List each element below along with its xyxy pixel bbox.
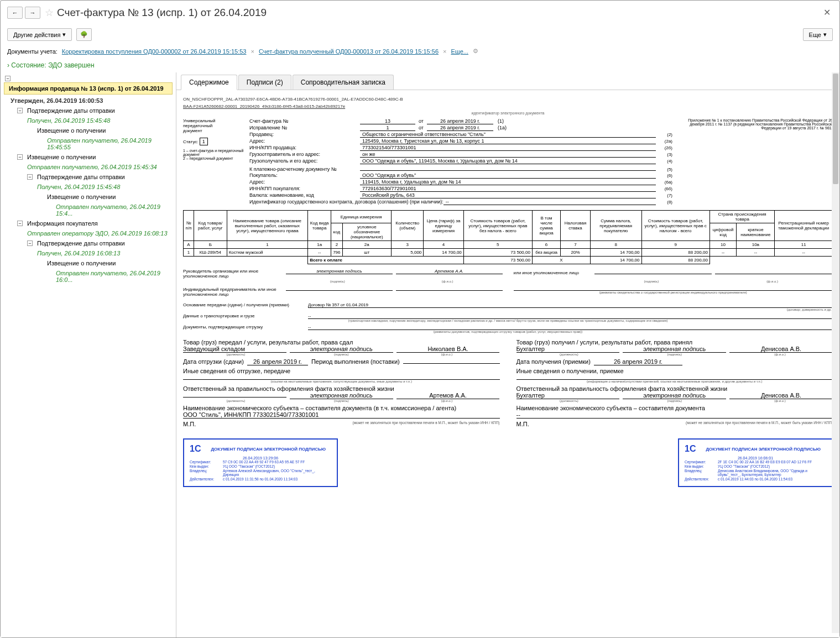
other-actions-button[interactable]: Другие действия ▾ [7,28,72,41]
doc-links-label: Документы учета: [7,48,58,55]
tab-signatures[interactable]: Подписи (2) [238,75,291,90]
chevron-down-icon: ▾ [823,31,827,38]
sidebar: − Информация продавца № 13 (испр. 1) от … [1,72,176,637]
star-icon[interactable]: ☆ [45,7,54,19]
close-button[interactable]: ✕ [821,5,833,20]
tree-item[interactable]: Извещение о получении [27,154,96,160]
tree-toggle[interactable]: − [17,154,23,160]
tree-toggle[interactable]: − [17,108,23,113]
tree-toggle[interactable]: − [17,221,23,226]
tree-approved: Утвержден, 26.04.2019 16:00:53 [1,96,176,106]
tree-ts: Отправлен получателю, 26.04.2019 15:45:3… [1,162,176,172]
tree-ts: Получен, 26.04.2019 15:45:48 [1,116,176,125]
tree-item[interactable]: Извещение о получении [1,258,176,268]
tree-item[interactable]: Извещение о получении [1,125,176,135]
tree-item[interactable]: Подтверждение даты отправки [37,174,125,180]
status-box: 1 [200,138,208,145]
document-view: ON_NSCHFDOPPR_2AL-A7303297-E6CA-4BD6-A73… [176,90,839,637]
state-row[interactable]: Состояние: ЭДО завершен [1,58,839,72]
tree-ts: Получен, 26.04.2019 16:08:13 [1,248,176,258]
tree-toggle[interactable]: − [27,240,33,246]
tree-item[interactable]: Подтверждение даты отправки [37,240,125,247]
page-title: Счет-фактура № 13 (испр. 1) от 26.04.201… [57,7,821,19]
link-close-1[interactable]: × [251,48,254,55]
doc-id-sub: идентификатор электронного документа [183,111,833,115]
link-close-2[interactable]: × [443,48,446,55]
appendix-note: Приложение № 1 к постановлению Правитель… [678,118,833,130]
tree-toggle[interactable]: − [5,76,11,81]
tree-item[interactable]: Подтверждение даты отправки [27,107,115,114]
tree-header[interactable]: Информация продавца № 13 (испр. 1) от 26… [4,82,173,95]
chevron-down-icon: ▾ [62,31,66,38]
more-button[interactable]: Еще ▾ [803,28,833,41]
tree-ts: Отправлен получателю, 26.04.2019 16:0... [1,268,176,285]
items-table: № п/п Код товара/ работ, услуг Наименова… [183,210,833,264]
back-button[interactable]: ← [7,7,23,19]
doc-id-2: BAA-F241A5260682-00001_20190426_49cb3186… [183,104,833,109]
tab-content[interactable]: Содержимое [181,75,237,90]
tree-ts: Отправлен получателю, 26.04.2019 15:45:5… [1,135,176,152]
tree-item[interactable]: Извещение о получении [1,192,176,202]
tree-icon-button[interactable]: 🌳 [76,28,92,41]
logo-1c-icon: 1С [685,444,696,454]
logo-1c-icon: 1С [190,444,201,454]
doc-link-more[interactable]: Еще... [451,48,468,55]
tab-note[interactable]: Сопроводительная записка [293,75,394,90]
forward-button[interactable]: → [25,7,40,19]
tree-ts: Получен, 26.04.2019 15:45:48 [1,182,176,192]
doc-id-1: ON_NSCHFDOPPR_2AL-A7303297-E6CA-4BD6-A73… [183,97,833,102]
signature-stamp-2: 1СДОКУМЕНТ ПОДПИСАН ЭЛЕКТРОННОЙ ПОДПИСЬЮ… [678,438,833,487]
doc-link-2[interactable]: Счет-фактура полученный ОД00-000013 от 2… [259,48,439,55]
table-row: 1КШ-289/54Костюм мужской--796шт5,00014 7… [184,249,833,257]
tree-item[interactable]: Информация покупателя [27,220,98,227]
tree-ts: Отправлен получателю, 26.04.2019 15:4... [1,202,176,218]
signature-stamp-1: 1СДОКУМЕНТ ПОДПИСАН ЭЛЕКТРОННОЙ ПОДПИСЬЮ… [183,438,338,487]
gear-icon[interactable]: ⚙ [473,48,478,55]
tree-ts: Отправлен оператору ЭДО, 26.04.2019 16:0… [1,228,176,238]
tree-toggle[interactable]: − [27,174,33,180]
scrollbar[interactable] [832,72,839,633]
doc-link-1[interactable]: Корректировка поступления ОД00-000002 от… [62,48,247,55]
